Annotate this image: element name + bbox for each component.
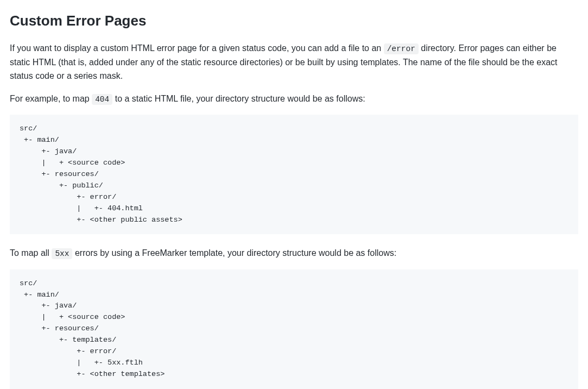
code-block-structure-5xx: src/ +- main/ +- java/ | + <source code>… [10,269,578,389]
para-2-text-b: to a static HTML file, your directory st… [112,94,365,103]
inline-code-5xx: 5xx [52,248,72,259]
section-heading: Custom Error Pages [10,10,578,33]
para-3-text-b: errors by using a FreeMarker template, y… [72,248,396,258]
para-3-text-a: To map all [10,248,52,258]
para-2-text-a: For example, to map [10,94,92,103]
para-2: For example, to map 404 to a static HTML… [10,92,578,106]
inline-code-error-dir: /error [384,43,419,54]
para-1: If you want to display a custom HTML err… [10,41,578,83]
code-block-structure-404: src/ +- main/ +- java/ | + <source code>… [10,115,578,234]
para-3: To map all 5xx errors by using a FreeMar… [10,246,578,260]
para-1-text-a: If you want to display a custom HTML err… [10,43,384,53]
inline-code-404: 404 [92,94,112,105]
